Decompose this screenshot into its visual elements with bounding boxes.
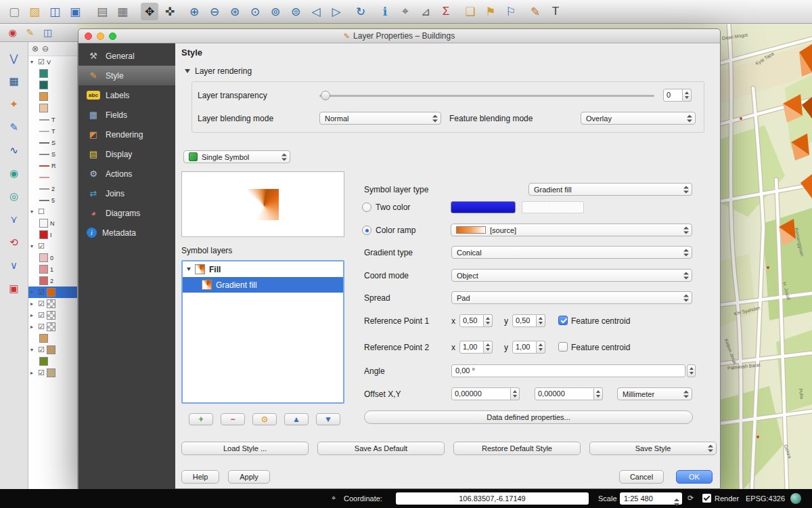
sidebar-item-diagrams[interactable]: ◕ Diagrams [78,203,175,223]
spin-value[interactable]: 1,00 [459,341,484,354]
save-as-default-button[interactable]: Save As Default [317,442,445,455]
crs-globe-icon[interactable] [790,493,801,504]
layer-checkbox[interactable]: ☑ [38,289,45,296]
crs-status-label[interactable]: EPSG:4326 [746,494,785,503]
restore-default-style-button[interactable]: Restore Default Style [453,442,581,455]
refresh-icon[interactable]: ↻ [352,3,369,20]
spread-select[interactable]: Pad [451,291,692,304]
stepper-icon[interactable] [511,387,520,400]
zoom-out-icon[interactable]: ⊖ [206,3,223,20]
identify-icon[interactable]: ℹ [376,3,394,20]
stepper-icon[interactable] [687,364,696,377]
sidebar-item-style[interactable]: ✎ Style [78,66,175,85]
ok-button[interactable]: OK [676,470,713,484]
save-project-icon[interactable]: ◫ [46,3,64,20]
color-ramp-radio[interactable] [362,226,371,235]
layer-checkbox[interactable]: ☐ [38,208,45,215]
add-feature-icon[interactable]: ✦ [6,96,22,112]
layer-row[interactable]: ▸ ☑ [28,298,77,310]
pan-map-icon[interactable]: ✥ [141,3,158,20]
statistics-icon[interactable]: Σ [437,3,455,20]
ref2-x-spinbox[interactable]: 1,00 [459,341,493,354]
layer-row[interactable]: ▸ ☑ [28,321,77,333]
zoom-full-icon[interactable]: ⊛ [226,3,244,20]
zoom-to-layer-icon[interactable]: ⊜ [287,3,304,20]
layer-blend-select[interactable]: Normal [319,112,441,125]
zoom-in-icon[interactable]: ⊕ [185,3,203,20]
undo-point-icon[interactable]: ⟲ [6,234,22,251]
zoom-to-selection-icon[interactable]: ⊚ [267,3,284,20]
zoom-last-icon[interactable]: ◁ [307,3,325,20]
ref1-x-spinbox[interactable]: 0,50 [459,314,493,327]
spin-value[interactable]: 0,50 [512,314,537,327]
curve-tool-icon[interactable]: ∿ [6,142,22,158]
layer-row[interactable]: I [28,229,77,240]
slider-handle[interactable] [321,91,330,100]
stepper-icon[interactable] [683,89,692,102]
layer-checkbox[interactable]: ☑ [38,323,45,331]
help-button[interactable]: Help [181,470,219,484]
layer-row[interactable]: 0 [28,252,77,263]
expander-icon[interactable]: ▸ [30,312,36,318]
symbol-layers-tree[interactable]: Fill Gradient fill [181,260,344,404]
layer-row[interactable]: T [28,125,77,137]
cancel-button[interactable]: Cancel [619,470,664,484]
ref2-centroid-checkbox[interactable] [558,342,568,352]
layer-checkbox[interactable]: ☑ [38,369,45,377]
move-up-button[interactable]: ▲ [284,413,309,425]
scale-combo[interactable]: 1:25 480 [620,492,682,505]
collapse-all-icon[interactable]: ⊖ [42,44,49,54]
symbol-layer-type-select[interactable]: Gradient fill [528,183,692,196]
layer-row[interactable]: ▾ ☑ [28,344,77,356]
layer-row[interactable]: ▾ ☑ V [28,56,77,68]
layer-row[interactable]: 1 [28,263,77,275]
stepper-icon[interactable] [484,341,493,354]
expander-icon[interactable]: ▾ [30,59,36,65]
vertex-tool-icon[interactable]: ⋎ [6,211,22,228]
move-down-button[interactable]: ▼ [316,413,340,425]
stepper-icon[interactable] [537,341,545,354]
offset-x-spinbox[interactable]: 0,00000 [451,387,520,400]
sidebar-item-actions[interactable]: ⚙ Actions [78,164,175,184]
annotation-icon[interactable]: ✎ [526,3,544,20]
layer-checkbox[interactable]: ☑ [38,242,45,250]
zoom-button[interactable] [109,33,116,40]
ref1-centroid-checkbox[interactable] [558,316,568,325]
new-bookmark-icon[interactable]: ⚑ [482,3,499,20]
sidebar-item-joins[interactable]: ⇄ Joins [78,184,175,203]
remove-symbol-layer-button[interactable]: − [221,413,245,425]
add-symbol-layer-button[interactable]: + [189,413,213,425]
layer-row[interactable]: ▸ ☑ [28,310,77,321]
layer-row[interactable] [28,91,77,102]
transparency-spinbox[interactable]: 0 [663,89,692,102]
new-project-icon[interactable]: ▢ [5,3,23,20]
offset-y-spinbox[interactable]: 0,00000 [535,387,603,400]
layer-row[interactable] [28,171,77,183]
ref2-y-spinbox[interactable]: 1,00 [512,341,545,354]
ref1-y-spinbox[interactable]: 0,50 [512,314,545,327]
save-as-icon[interactable]: ▣ [66,3,84,20]
renderer-select[interactable]: Single Symbol [183,150,290,163]
two-color-radio[interactable] [362,203,371,212]
data-defined-properties-button[interactable]: Data defined properties... [364,410,693,424]
layer-row[interactable]: ▾ ☑ [28,240,77,252]
expander-icon[interactable]: ▾ [30,209,36,215]
layer-row[interactable]: R [28,160,77,171]
expander-icon[interactable]: ▸ [30,324,36,330]
layer-row[interactable]: N [28,217,77,229]
close-button[interactable] [85,33,92,40]
composer-manager-icon[interactable]: ▦ [114,3,131,20]
layer-row[interactable]: 2 [28,183,77,194]
toggle-editing-icon[interactable]: ✎ [23,26,37,40]
measure-icon[interactable]: ⊿ [417,3,434,20]
layer-checkbox[interactable]: ☑ [38,346,45,354]
render-checkbox[interactable] [702,494,711,503]
spin-value[interactable]: 0,00000 [535,387,594,400]
gradient-type-select[interactable]: Conical [451,246,692,259]
globe-icon[interactable]: ◉ [6,165,22,182]
map-tips-icon[interactable]: ❑ [461,3,479,20]
layer-row[interactable]: S [28,137,77,148]
load-style-button[interactable]: Load Style ... [181,442,309,455]
node-tool-icon[interactable]: ▦ [6,73,22,89]
feature-blend-select[interactable]: Overlay [581,112,696,125]
